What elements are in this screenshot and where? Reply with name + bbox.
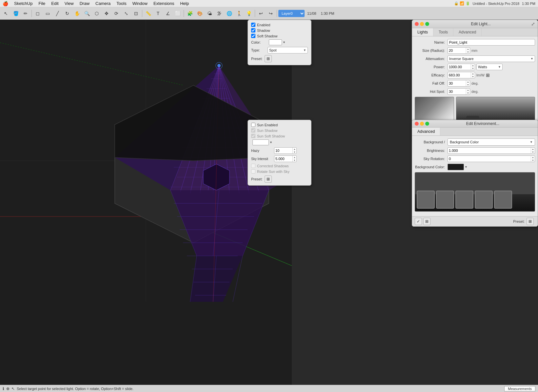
toolbar-fog[interactable]: 🌫 [215,9,224,18]
power-spinner[interactable]: ▲ ▼ [471,64,475,70]
menu-sketchup[interactable]: SketchUp [11,0,35,7]
type-select[interactable]: Spot ▼ [268,47,308,53]
toolbar-angle[interactable]: ∠ [163,9,172,18]
efficacy-down[interactable]: ▼ [471,75,475,78]
brightness-input[interactable] [448,149,531,153]
layer-select[interactable]: Layer0 [278,10,305,17]
toolbar-undo[interactable]: ↩ [256,9,266,18]
hazy-down[interactable]: ▼ [293,151,296,154]
hazy-up[interactable]: ▲ [293,148,296,151]
falloff-input[interactable] [448,81,466,85]
sun-color-arrow[interactable]: ▼ [269,141,272,144]
edit-light-resize[interactable]: ⤢ [531,21,535,27]
toolbar-scale[interactable]: ⤡ [122,9,131,18]
toolbar-move[interactable]: ✥ [102,9,111,18]
hdri-item-4[interactable] [475,191,493,209]
toolbar-line[interactable]: ╱ [53,9,62,18]
menu-camera[interactable]: Camera [93,0,113,7]
power-up[interactable]: ▲ [471,64,475,67]
toolbar-text[interactable]: T [153,9,163,18]
toolbar-section[interactable]: ⬜ [173,9,182,18]
env-footer-grid-btn[interactable]: ⊞ [423,218,430,225]
sky-intens-input[interactable] [274,157,292,161]
env-preset-btn[interactable]: ⊞ [527,218,534,225]
tab-lights[interactable]: Lights [412,28,433,36]
power-input[interactable] [448,65,471,69]
hotspot-up[interactable]: ▲ [466,89,470,92]
hdri-item-1[interactable] [417,191,435,209]
toolbar-paint2[interactable]: 🎨 [195,9,204,18]
rotate-sun-checkbox[interactable] [251,169,255,174]
hazy-spinner[interactable]: ▲ ▼ [292,148,296,154]
toolbar-tape[interactable]: 📏 [144,9,153,18]
falloff-spinner[interactable]: ▲ ▼ [466,80,470,86]
corrected-shadows-checkbox[interactable] [251,164,255,168]
menu-help[interactable]: Help [177,0,191,7]
hazy-input[interactable] [274,149,292,153]
toolbar-components[interactable]: 🧩 [185,9,194,18]
toolbar-walk[interactable]: 🚶 [234,9,244,18]
soft-shadow-checkbox[interactable] [251,34,255,38]
right-preset-btn[interactable]: ⊞ [265,55,272,62]
falloff-up[interactable]: ▲ [466,80,470,83]
toolbar-orbit[interactable]: ↻ [63,9,72,18]
sun-enabled-checkbox[interactable] [251,123,255,127]
menu-window[interactable]: Window [130,0,150,7]
toolbar-rotate[interactable]: ⟳ [112,9,121,18]
size-input[interactable] [448,49,466,52]
color-swatch[interactable] [269,39,282,45]
toolbar-rect[interactable]: ▭ [43,9,52,18]
sky-rotation-input[interactable] [448,157,531,161]
name-input[interactable] [448,39,535,46]
size-spinner[interactable]: ▲ ▼ [466,48,470,53]
hotspot-down[interactable]: ▼ [466,92,470,94]
toolbar-eraser[interactable]: ◻ [33,9,42,18]
efficacy-up[interactable]: ▲ [471,72,475,75]
env-minimize-btn[interactable] [420,122,424,126]
brightness-up[interactable]: ▲ [531,148,535,151]
menu-file[interactable]: File [36,0,48,7]
toolbar-pencil[interactable]: ✏ [21,9,30,18]
env-footer-check-btn[interactable]: ✓ [415,218,422,225]
efficacy-input[interactable] [448,73,471,77]
brightness-down[interactable]: ▼ [531,151,535,154]
tab-tools[interactable]: Tools [433,28,453,36]
shadow-checkbox[interactable] [251,28,255,32]
bg-color-arrow[interactable]: ▼ [465,165,468,169]
brightness-spinner[interactable]: ▲ ▼ [531,148,535,154]
toolbar-shadows[interactable]: 🌤 [205,9,214,18]
minimize-btn[interactable] [420,22,424,26]
efficacy-spinner[interactable]: ▲ ▼ [471,72,475,78]
toolbar-redo[interactable]: ↪ [266,9,275,18]
menu-view[interactable]: View [62,0,76,7]
hotspot-spinner[interactable]: ▲ ▼ [466,89,470,94]
enabled-checkbox[interactable] [251,23,255,27]
hdri-item-5[interactable] [494,191,512,209]
sky-rotation-spinner[interactable]: ▲ ▼ [531,156,535,162]
bg-color-swatch[interactable] [448,164,464,170]
toolbar-zoom[interactable]: 🔍 [82,9,91,18]
hotspot-input[interactable] [448,90,466,93]
hdri-item-2[interactable] [436,191,454,209]
env-tab-advanced[interactable]: Advanced [412,128,440,135]
tab-advanced[interactable]: Advanced [453,28,482,36]
menu-draw[interactable]: Draw [77,0,92,7]
toolbar-paint[interactable]: 🪣 [11,9,20,18]
color-dropdown-arrow[interactable]: ▼ [283,41,286,44]
apple-menu[interactable]: 🍎 [3,1,8,6]
canvas-area[interactable] [0,20,292,385]
sky-intens-down[interactable]: ▼ [293,159,296,162]
power-down[interactable]: ▼ [471,67,475,70]
maximize-btn[interactable] [425,22,429,26]
close-btn[interactable] [415,22,419,26]
toolbar-pan[interactable]: ✋ [72,9,82,18]
size-up[interactable]: ▲ [466,48,470,51]
size-down[interactable]: ▼ [466,51,470,53]
toolbar-style[interactable]: 💡 [244,9,253,18]
toolbar-select[interactable]: ↖ [1,9,10,18]
sky-rotation-up[interactable]: ▲ [531,156,535,159]
sun-color-swatch[interactable] [252,139,269,145]
sky-intens-up[interactable]: ▲ [293,156,296,159]
sun-preset-btn[interactable]: ⊞ [265,175,272,183]
sun-shadow-checkbox[interactable] [251,128,255,133]
